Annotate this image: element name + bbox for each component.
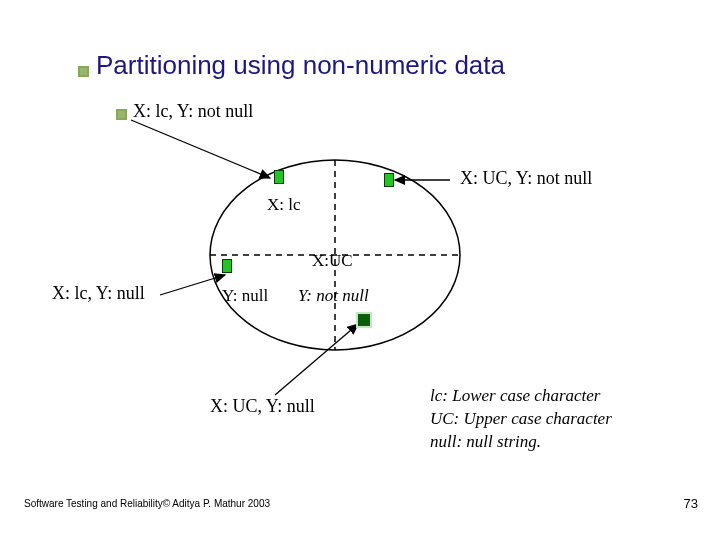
label-inner-y-notnull: Y: not null (298, 286, 369, 306)
diagram-overlay (0, 0, 720, 540)
point-icon (274, 170, 284, 184)
point-icon (384, 173, 394, 187)
point-icon (222, 259, 232, 273)
label-inner-y-null: Y: null (222, 286, 268, 306)
svg-line-3 (131, 120, 270, 178)
svg-line-5 (160, 275, 225, 295)
point-icon (356, 312, 372, 328)
legend: lc: Lower case character UC: Upper case … (430, 385, 612, 454)
label-inner-x-lc: X: lc (267, 195, 301, 215)
svg-line-6 (275, 324, 358, 395)
legend-line-null: null: null string. (430, 431, 612, 454)
slide-title: Partitioning using non-numeric data (96, 50, 505, 81)
label-bullet-icon (116, 109, 127, 120)
label-inner-x-uc: X:UC (312, 251, 353, 271)
title-bullet-icon (78, 66, 89, 77)
footer-text: Software Testing and Reliability© Aditya… (24, 498, 270, 509)
legend-line-lc: lc: Lower case character (430, 385, 612, 408)
label-x-uc-y-notnull: X: UC, Y: not null (460, 168, 592, 189)
label-x-lc-y-null: X: lc, Y: null (52, 283, 145, 304)
legend-line-uc: UC: Upper case character (430, 408, 612, 431)
page-number: 73 (684, 496, 698, 511)
label-x-lc-y-notnull: X: lc, Y: not null (133, 101, 253, 122)
label-x-uc-y-null: X: UC, Y: null (210, 396, 315, 417)
